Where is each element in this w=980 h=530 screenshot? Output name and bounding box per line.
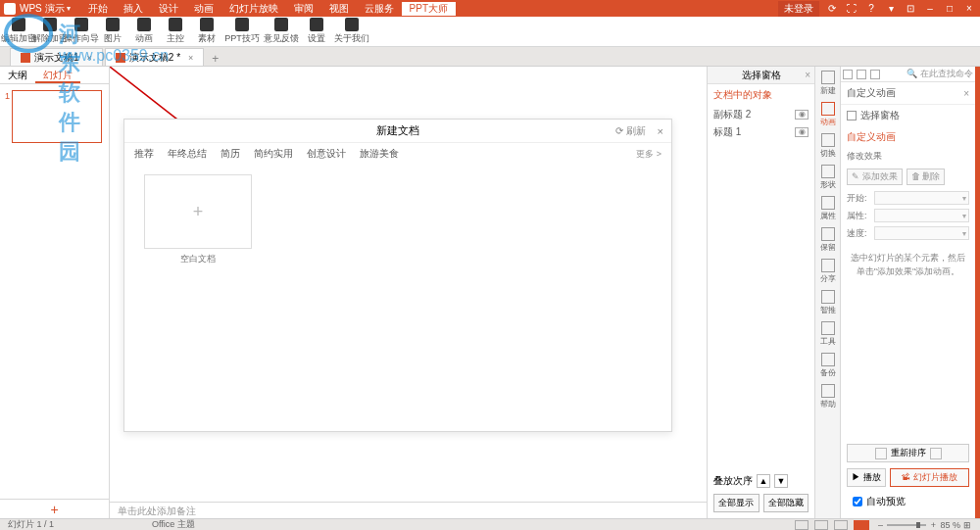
ribbon-master[interactable]: 主控 <box>161 18 190 45</box>
ribbon-decrypt[interactable]: 解除加密 <box>35 18 65 45</box>
ribbon-anim[interactable]: 动画 <box>129 18 159 45</box>
cat-creative[interactable]: 创意设计 <box>307 147 346 161</box>
strip-shape[interactable]: 形状 <box>817 165 839 190</box>
login-button[interactable]: 未登录 <box>778 1 819 17</box>
move-up-icon[interactable]: ▲ <box>757 474 770 488</box>
strip-backup[interactable]: 备份 <box>817 353 839 378</box>
strip-recommend[interactable]: 智推 <box>817 290 839 315</box>
add-effect-button[interactable]: ✎ 添加效果 <box>847 169 903 185</box>
dialog-refresh-button[interactable]: ⟳ 刷新 <box>615 124 646 138</box>
ribbon-about[interactable]: 关于我们 <box>333 18 370 45</box>
menu-design[interactable]: 设计 <box>151 2 186 16</box>
show-all-button[interactable]: 全部显示 <box>713 494 760 512</box>
right-scrollbar[interactable] <box>975 67 980 518</box>
obj-title[interactable]: 标题 1 ◉ <box>708 123 814 141</box>
visibility-buttons: 全部显示 全部隐藏 <box>713 494 808 512</box>
cat-resume[interactable]: 简历 <box>220 147 240 161</box>
selpane-close-icon[interactable]: × <box>805 70 810 80</box>
strip-share[interactable]: 分享 <box>817 259 839 284</box>
ribbon-material[interactable]: 素材 <box>192 18 221 45</box>
zoom-in-icon[interactable]: + <box>928 520 938 530</box>
start-select[interactable]: ▾ <box>874 191 969 205</box>
tool-icon[interactable] <box>843 70 853 79</box>
cat-recommend[interactable]: 推荐 <box>134 147 154 161</box>
minimize-icon[interactable]: – <box>923 3 937 14</box>
property-select[interactable]: ▾ <box>874 209 969 222</box>
view-normal-icon[interactable] <box>795 520 808 530</box>
menu-slideshow[interactable]: 幻灯片放映 <box>221 2 286 16</box>
pin-icon[interactable]: ⊡ <box>904 3 917 14</box>
help-icon[interactable]: ? <box>864 3 878 14</box>
close-icon[interactable]: × <box>962 3 976 14</box>
strip-trans[interactable]: 切换 <box>817 133 839 159</box>
animpane-header: 自定义动画 × <box>841 82 975 105</box>
menu-view[interactable]: 视图 <box>321 2 357 16</box>
ribbon-feedback[interactable]: 意见反馈 <box>263 18 300 45</box>
menu-review[interactable]: 审阅 <box>286 2 321 16</box>
ribbon-image[interactable]: 图片 <box>98 18 127 45</box>
auto-preview-checkbox[interactable] <box>853 497 862 506</box>
visibility-toggle-icon[interactable]: ◉ <box>795 127 808 137</box>
ribbon-tips[interactable]: PPT技巧 <box>223 18 261 45</box>
delete-effect-button[interactable]: 🗑 删除 <box>906 169 946 185</box>
more-icon[interactable]: ▾ <box>884 3 898 14</box>
tool-icon[interactable] <box>857 70 866 79</box>
strip-prop[interactable]: 属性 <box>817 196 839 221</box>
left-tabs: 大纲 幻灯片 <box>0 67 109 84</box>
cat-summary[interactable]: 年终总结 <box>168 147 207 161</box>
add-tab-button[interactable]: + <box>206 52 224 66</box>
select-pane-link[interactable]: 选择窗格 <box>841 105 975 126</box>
cat-simple[interactable]: 简约实用 <box>254 147 293 161</box>
reorder-up-icon[interactable] <box>875 448 887 459</box>
dialog-close-icon[interactable]: × <box>658 125 663 137</box>
tab-outline[interactable]: 大纲 <box>0 67 35 83</box>
refresh-icon[interactable]: ⟳ <box>825 3 839 14</box>
doctab-close-icon[interactable]: × <box>188 53 193 63</box>
obj-subtitle[interactable]: 副标题 2 ◉ <box>708 106 814 123</box>
animpane-toolbar: 🔍 在此查找命令 <box>841 67 975 82</box>
ribbon-encrypt[interactable]: 编辑加密 <box>4 18 33 45</box>
doctab-1[interactable]: 演示文稿1 × <box>10 48 103 66</box>
zoom-out-icon[interactable]: – <box>875 520 885 530</box>
command-search[interactable]: 🔍 在此查找命令 <box>906 68 973 80</box>
maximize-icon[interactable]: □ <box>943 3 956 14</box>
skin-icon[interactable]: ⛶ <box>845 3 858 14</box>
hide-all-button[interactable]: 全部隐藏 <box>763 494 809 512</box>
menu-animation[interactable]: 动画 <box>186 2 221 16</box>
ribbon-guide[interactable]: 操作向导 <box>67 18 96 45</box>
strip-keep[interactable]: 保留 <box>817 227 839 253</box>
menu-insert[interactable]: 插入 <box>116 2 151 16</box>
doc-icon <box>116 53 125 63</box>
doctab-close-icon[interactable]: × <box>87 53 92 63</box>
visibility-toggle-icon[interactable]: ◉ <box>795 110 808 120</box>
menu-pptmaster[interactable]: PPT大师 <box>402 2 456 16</box>
ribbon-settings[interactable]: 设置 <box>302 18 331 45</box>
cat-travel[interactable]: 旅游美食 <box>360 147 399 161</box>
zoom-slider[interactable] <box>887 524 926 526</box>
view-sorter-icon[interactable] <box>814 520 828 530</box>
tool-icon[interactable] <box>870 70 880 79</box>
slide-thumbnail[interactable]: 1 <box>12 90 102 143</box>
blank-template[interactable]: + <box>144 174 252 249</box>
slideshow-button[interactable]: 📽 幻灯片播放 <box>890 468 969 487</box>
add-slide-button[interactable]: + <box>0 499 109 518</box>
tab-slides[interactable]: 幻灯片 <box>35 67 80 83</box>
app-dropdown-icon[interactable]: ▾ <box>67 4 71 13</box>
strip-help[interactable]: 帮助 <box>817 384 839 410</box>
menu-cloud[interactable]: 云服务 <box>357 2 402 16</box>
speed-select[interactable]: ▾ <box>874 226 969 240</box>
strip-tools[interactable]: 工具 <box>817 321 839 347</box>
play-button[interactable]: ▶ 播放 <box>847 468 886 487</box>
move-down-icon[interactable]: ▼ <box>774 474 788 488</box>
menu-start[interactable]: 开始 <box>80 2 116 16</box>
notes-pane[interactable]: 单击此处添加备注 <box>110 502 707 518</box>
view-reading-icon[interactable] <box>834 520 848 530</box>
play-slideshow-icon[interactable] <box>854 520 869 530</box>
fit-icon[interactable]: ⊞ <box>962 520 972 530</box>
strip-anim[interactable]: 动画 <box>817 102 839 127</box>
animpane-close-icon[interactable]: × <box>963 88 969 99</box>
reorder-down-icon[interactable] <box>930 448 942 459</box>
doctab-2[interactable]: 演示文稿2 * × <box>105 48 205 66</box>
strip-new[interactable]: 新建 <box>817 71 839 96</box>
cat-more[interactable]: 更多 > <box>636 148 662 161</box>
